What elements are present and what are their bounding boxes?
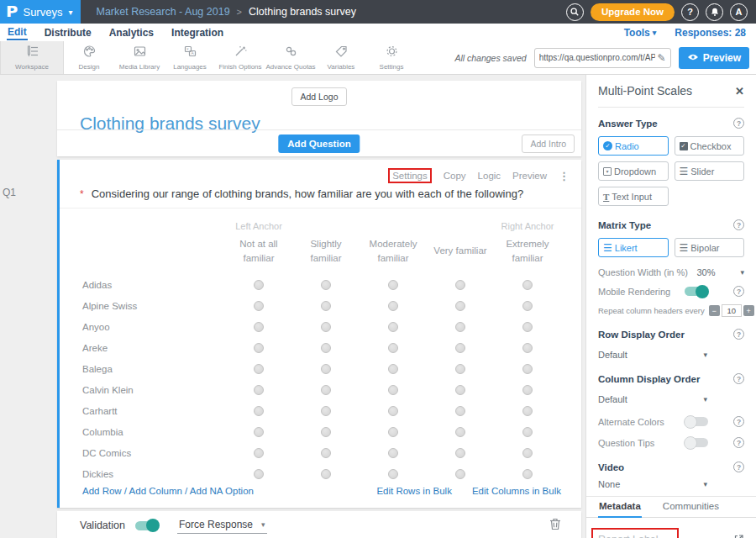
toolbar-item-settings[interactable]: Settings xyxy=(366,41,417,74)
radio-button[interactable] xyxy=(455,343,465,353)
help-icon[interactable] xyxy=(733,219,744,230)
radio-button[interactable] xyxy=(388,322,398,332)
radio-button[interactable] xyxy=(522,406,533,416)
add-row-column-na-links[interactable]: Add Row / Add Column / Add NA Option xyxy=(82,486,254,496)
toolbar-item-workspace[interactable]: Workspace xyxy=(0,41,64,74)
toolbar-item-finish-options[interactable]: Finish Options xyxy=(215,41,265,74)
radio-button[interactable] xyxy=(522,280,533,290)
radio-button[interactable] xyxy=(388,364,398,374)
question-settings-action[interactable]: Settings xyxy=(392,171,428,181)
radio-button[interactable] xyxy=(254,343,264,353)
mobile-rendering-toggle[interactable] xyxy=(685,287,708,296)
radio-button[interactable] xyxy=(254,469,264,479)
radio-button[interactable] xyxy=(522,448,533,458)
radio-button[interactable] xyxy=(388,385,398,395)
help-icon[interactable] xyxy=(733,416,744,427)
matrix-type-likert[interactable]: Likert xyxy=(598,238,669,257)
radio-button[interactable] xyxy=(388,301,398,311)
answer-type-radio[interactable]: Radio xyxy=(598,136,669,156)
radio-button[interactable] xyxy=(522,385,533,395)
tab-analytics[interactable]: Analytics xyxy=(108,25,155,40)
search-icon[interactable] xyxy=(566,3,584,21)
radio-button[interactable] xyxy=(321,385,331,395)
answer-type-slider[interactable]: Slider xyxy=(675,161,745,181)
answer-type-checkbox[interactable]: Checkbox xyxy=(675,136,745,156)
question-preview-action[interactable]: Preview xyxy=(512,171,547,181)
help-icon[interactable] xyxy=(733,118,744,129)
column-display-order-select[interactable]: Default xyxy=(598,394,707,404)
toolbar-item-media-library[interactable]: Media Library xyxy=(114,41,165,74)
radio-button[interactable] xyxy=(522,322,533,332)
radio-button[interactable] xyxy=(254,427,264,437)
radio-button[interactable] xyxy=(321,469,331,479)
tab-integration[interactable]: Integration xyxy=(171,25,224,40)
report-label-input[interactable] xyxy=(598,531,726,538)
add-question-button[interactable]: Add Question xyxy=(278,134,360,153)
tools-menu[interactable]: Tools xyxy=(624,27,657,39)
notifications-bell-icon[interactable] xyxy=(706,3,723,21)
question-copy-action[interactable]: Copy xyxy=(444,171,466,181)
question-width-value[interactable]: 30% xyxy=(696,267,740,277)
radio-button[interactable] xyxy=(321,280,331,290)
help-icon[interactable] xyxy=(733,437,744,448)
radio-button[interactable] xyxy=(254,406,264,416)
radio-button[interactable] xyxy=(522,301,533,311)
surveys-menu[interactable]: P Surveys xyxy=(0,0,81,24)
radio-button[interactable] xyxy=(522,427,533,437)
help-icon[interactable] xyxy=(733,462,744,472)
radio-button[interactable] xyxy=(321,301,331,311)
breadcrumb-parent-link[interactable]: Market Research - Aug 2019 xyxy=(96,6,229,18)
radio-button[interactable] xyxy=(522,343,533,353)
radio-button[interactable] xyxy=(321,448,331,458)
responses-count[interactable]: Responses: 28 xyxy=(675,27,746,39)
radio-button[interactable] xyxy=(455,385,465,395)
edit-rows-in-bulk-link[interactable]: Edit Rows in Bulk xyxy=(376,486,451,496)
radio-button[interactable] xyxy=(254,280,264,290)
question-text[interactable]: Considering our range of clothing brands… xyxy=(92,187,524,200)
help-icon[interactable] xyxy=(733,373,744,384)
edit-columns-in-bulk-link[interactable]: Edit Columns in Bulk xyxy=(472,486,561,496)
radio-button[interactable] xyxy=(321,364,331,374)
radio-button[interactable] xyxy=(254,385,264,395)
tab-communities[interactable]: Communities xyxy=(662,497,720,517)
answer-type-dropdown[interactable]: Dropdown xyxy=(598,161,669,181)
radio-button[interactable] xyxy=(455,469,465,479)
row-display-order-select[interactable]: Default xyxy=(598,350,707,360)
radio-button[interactable] xyxy=(455,448,465,458)
radio-button[interactable] xyxy=(388,448,398,458)
radio-button[interactable] xyxy=(254,448,264,458)
help-icon[interactable] xyxy=(733,329,744,340)
tab-edit[interactable]: Edit xyxy=(7,24,28,40)
radio-button[interactable] xyxy=(522,469,533,479)
add-logo-button[interactable]: Add Logo xyxy=(291,87,348,106)
help-button[interactable]: ? xyxy=(681,3,699,21)
radio-button[interactable] xyxy=(388,427,398,437)
radio-button[interactable] xyxy=(455,280,465,290)
radio-button[interactable] xyxy=(455,364,465,374)
video-select[interactable]: None xyxy=(598,479,707,489)
radio-button[interactable] xyxy=(388,343,398,353)
radio-button[interactable] xyxy=(254,301,264,311)
validation-toggle[interactable] xyxy=(135,521,159,530)
matrix-type-bipolar[interactable]: Bipolar xyxy=(675,238,745,257)
radio-button[interactable] xyxy=(321,322,331,332)
preview-button[interactable]: Preview xyxy=(679,47,749,69)
plus-button[interactable]: + xyxy=(743,305,754,316)
close-icon[interactable] xyxy=(735,85,744,98)
question-tips-toggle[interactable] xyxy=(685,438,708,447)
kebab-menu-icon[interactable] xyxy=(559,170,570,182)
radio-button[interactable] xyxy=(388,469,398,479)
radio-button[interactable] xyxy=(455,322,465,332)
toolbar-item-design[interactable]: Design xyxy=(64,41,114,74)
radio-button[interactable] xyxy=(388,406,398,416)
radio-button[interactable] xyxy=(388,280,398,290)
radio-button[interactable] xyxy=(321,406,331,416)
survey-url-input[interactable] xyxy=(539,53,655,62)
alternate-colors-toggle[interactable] xyxy=(685,417,708,426)
radio-button[interactable] xyxy=(254,364,264,374)
radio-button[interactable] xyxy=(321,343,331,353)
toolbar-item-advance-quotas[interactable]: Advance Quotas xyxy=(265,41,316,74)
minus-button[interactable]: − xyxy=(709,305,720,316)
radio-button[interactable] xyxy=(321,427,331,437)
edit-url-pencil-icon[interactable] xyxy=(658,52,666,64)
